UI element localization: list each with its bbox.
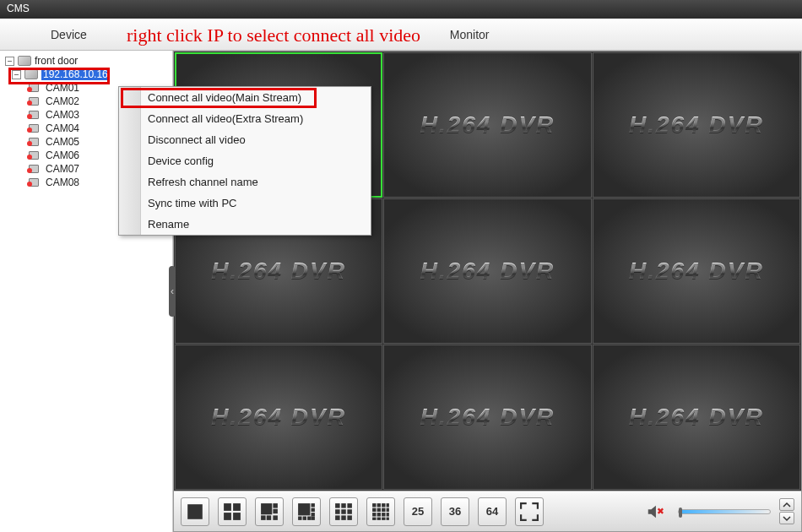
svg-rect-31 [387, 503, 389, 507]
svg-rect-35 [387, 508, 389, 511]
layout-8-button[interactable] [292, 497, 321, 526]
tree-camera-label: CAM03 [46, 109, 79, 121]
layout-4-button[interactable] [218, 497, 247, 526]
page-up-button[interactable] [779, 498, 794, 511]
camera-icon [27, 150, 42, 160]
svg-rect-36 [372, 513, 376, 516]
fullscreen-icon [520, 502, 539, 521]
svg-rect-3 [224, 513, 231, 520]
dvr-placeholder: H.264 DVR [629, 111, 764, 138]
context-menu: Connect all video(Main Stream)Connect al… [118, 86, 371, 236]
context-menu-item[interactable]: Disconnect all video [119, 129, 371, 150]
tree-camera-label: CAM06 [46, 149, 79, 161]
context-menu-item[interactable]: Device config [119, 150, 371, 171]
sidebar-collapse-handle[interactable]: ‹ [169, 266, 176, 317]
layout-9-icon [334, 502, 353, 521]
video-cell-7[interactable]: H.264 DVR [175, 345, 382, 490]
layout-16-button[interactable] [366, 497, 395, 526]
bottom-controls: 25 36 64 [174, 491, 801, 531]
tree-camera-label: CAM04 [46, 122, 79, 134]
svg-rect-6 [273, 503, 278, 508]
context-menu-item[interactable]: Rename [119, 214, 371, 235]
svg-rect-26 [341, 515, 346, 520]
tree-root[interactable]: – front door [2, 54, 171, 68]
svg-rect-24 [347, 509, 352, 514]
context-menu-item[interactable]: Refresh channel name [119, 171, 371, 193]
svg-rect-39 [387, 513, 389, 516]
svg-rect-9 [267, 515, 272, 520]
tree-camera-label: CAM01 [46, 82, 79, 94]
svg-rect-37 [377, 513, 381, 516]
window-title: CMS [7, 3, 30, 14]
dvr-placeholder: H.264 DVR [420, 404, 555, 431]
tree-ip-node[interactable]: – 192.168.10.16 [2, 68, 171, 81]
layout-16-icon [371, 502, 390, 521]
video-cell-6[interactable]: H.264 DVR [593, 198, 800, 344]
app-window: CMS Device right click IP to select conn… [0, 0, 802, 532]
dvr-placeholder: H.264 DVR [420, 258, 555, 285]
svg-rect-21 [347, 503, 352, 508]
mute-button[interactable] [641, 497, 669, 526]
camera-icon [27, 164, 42, 174]
layout-6-button[interactable] [255, 497, 284, 526]
svg-rect-15 [298, 516, 301, 519]
collapse-icon[interactable]: – [5, 57, 14, 66]
context-menu-item[interactable]: Sync time with PC [119, 193, 371, 214]
video-cell-3[interactable]: H.264 DVR [593, 52, 800, 198]
tree-camera-label: CAM02 [46, 95, 79, 107]
svg-rect-19 [335, 503, 340, 508]
page-down-button[interactable] [779, 512, 794, 524]
layout-25-button[interactable]: 25 [404, 497, 432, 526]
computer-icon [18, 56, 31, 66]
layout-6-icon [260, 502, 279, 521]
svg-rect-18 [312, 516, 315, 519]
video-cell-8[interactable]: H.264 DVR [383, 345, 591, 490]
svg-rect-16 [303, 516, 306, 519]
svg-rect-32 [372, 508, 376, 511]
svg-rect-8 [261, 515, 266, 520]
titlebar: CMS [0, 0, 802, 19]
camera-icon [27, 83, 42, 93]
svg-rect-41 [377, 517, 381, 519]
menu-monitor[interactable]: Monitor [450, 28, 490, 41]
svg-rect-11 [298, 503, 310, 515]
svg-rect-29 [377, 503, 381, 507]
svg-rect-20 [341, 503, 346, 508]
svg-rect-34 [382, 508, 385, 511]
layout-8-icon [297, 502, 316, 521]
collapse-icon[interactable]: – [12, 70, 21, 79]
camera-icon [27, 96, 42, 106]
video-cell-5[interactable]: H.264 DVR [383, 198, 591, 344]
volume-slider[interactable] [678, 509, 771, 514]
layout-9-button[interactable] [329, 497, 358, 526]
camera-icon [27, 177, 42, 187]
dvr-placeholder: H.264 DVR [629, 404, 764, 431]
camera-icon [27, 123, 42, 133]
svg-rect-14 [312, 513, 315, 516]
svg-rect-17 [307, 516, 311, 519]
svg-rect-33 [377, 508, 381, 511]
fullscreen-button[interactable] [515, 497, 544, 526]
layout-1-button[interactable] [181, 497, 209, 526]
camera-icon [27, 137, 42, 147]
svg-rect-5 [261, 503, 272, 514]
layout-36-button[interactable]: 36 [441, 497, 469, 526]
toolbar: Device right click IP to select connect … [0, 19, 802, 51]
video-cell-2[interactable]: H.264 DVR [383, 52, 591, 198]
svg-rect-12 [312, 503, 315, 507]
svg-rect-43 [387, 517, 389, 519]
menu-device[interactable]: Device [51, 28, 87, 41]
svg-rect-2 [233, 503, 241, 511]
context-menu-item[interactable]: Connect all video(Extra Stream) [119, 108, 371, 129]
dvr-placeholder: H.264 DVR [629, 258, 764, 285]
video-cell-9[interactable]: H.264 DVR [593, 345, 800, 490]
svg-rect-23 [341, 509, 346, 514]
tree-camera-label: CAM05 [46, 136, 79, 148]
svg-rect-0 [187, 504, 203, 519]
camera-icon [27, 110, 42, 120]
context-menu-item[interactable]: Connect all video(Main Stream) [119, 87, 371, 108]
layout-64-button[interactable]: 64 [478, 497, 507, 526]
chevron-up-icon [783, 502, 791, 508]
svg-rect-10 [273, 515, 278, 520]
svg-rect-42 [382, 517, 385, 519]
